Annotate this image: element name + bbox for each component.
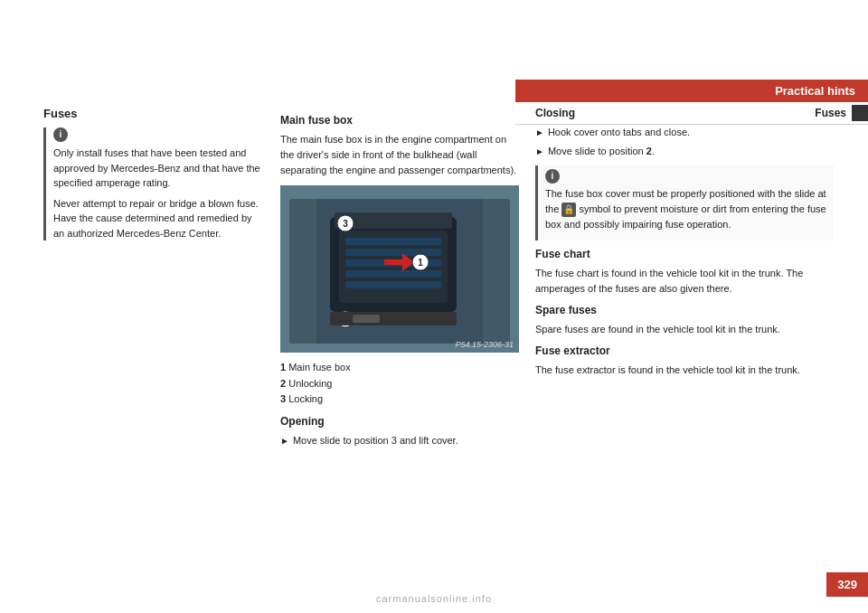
fuse-diagram: 1 2 3 xyxy=(280,185,519,353)
mid-column: Main fuse box The main fuse box is in th… xyxy=(280,107,520,451)
closing-step1: ► Hook cover onto tabs and close. xyxy=(535,125,834,140)
main-fuse-box-desc: The main fuse box is in the engine compa… xyxy=(280,132,520,178)
svg-rect-9 xyxy=(345,281,441,288)
fuses-label-box xyxy=(852,105,868,121)
closing-step2-text: Move slide to position 2. xyxy=(548,144,655,159)
caption-num-2: 2 xyxy=(280,378,286,389)
captions-list: 1 Main fuse box 2 Unlocking 3 Locking xyxy=(280,360,520,408)
caption-item-3: 3 Locking xyxy=(280,391,520,408)
svg-rect-17 xyxy=(330,312,457,325)
closing-step1-text: Hook cover onto tabs and close. xyxy=(548,125,690,140)
caption-num-1: 1 xyxy=(280,362,286,373)
opening-title: Opening xyxy=(280,415,520,428)
caption-num-3: 3 xyxy=(280,393,286,404)
image-reference-label: P54.15-2306-31 xyxy=(455,340,514,349)
svg-text:3: 3 xyxy=(343,219,348,229)
caption-label-2: Unlocking xyxy=(288,378,332,389)
watermark: carmanualsonline.info xyxy=(376,593,492,604)
info-note-text: The fuse box cover must be properly posi… xyxy=(545,186,826,231)
svg-rect-20 xyxy=(483,199,510,344)
opening-step: ► Move slide to position 3 and lift cove… xyxy=(280,433,520,448)
info-para2: Never attempt to repair or bridge a blow… xyxy=(53,196,265,241)
svg-rect-18 xyxy=(353,315,380,323)
info-box-right: i The fuse box cover must be properly po… xyxy=(535,165,834,240)
opening-step-text: Move slide to position 3 and lift cover. xyxy=(293,433,458,448)
caption-item-2: 2 Unlocking xyxy=(280,376,520,392)
main-fuse-box-title: Main fuse box xyxy=(280,114,520,127)
caption-label-1: Main fuse box xyxy=(288,362,350,373)
info-box-left: i Only install fuses that have been test… xyxy=(43,127,265,240)
arrow-icon-2: ► xyxy=(535,145,544,158)
lock-icon: 🔒 xyxy=(561,203,576,217)
fuse-extractor-desc: The fuse extractor is found in the vehic… xyxy=(535,363,834,378)
fuse-image-container: 1 2 3 P54.15-2306-31 xyxy=(280,185,519,353)
info-icon-left: i xyxy=(53,127,68,142)
closing-step2: ► Move slide to position 2. xyxy=(535,144,834,159)
svg-text:1: 1 xyxy=(418,258,423,268)
spare-fuses-title: Spare fuses xyxy=(535,304,834,316)
svg-rect-8 xyxy=(345,270,441,278)
arrow-icon: ► xyxy=(280,434,289,448)
practical-hints-label: Practical hints xyxy=(515,80,868,102)
left-column: Fuses i Only install fuses that have bee… xyxy=(43,107,265,250)
caption-label-3: Locking xyxy=(288,393,323,404)
info-para1: Only install fuses that have been tested… xyxy=(53,146,265,191)
svg-rect-19 xyxy=(289,199,316,344)
info-icon-right: i xyxy=(545,169,560,184)
fuse-chart-title: Fuse chart xyxy=(535,248,834,260)
closing-title: Closing xyxy=(535,107,834,119)
fuses-section-title: Fuses xyxy=(43,107,265,120)
fuse-chart-desc: The fuse chart is found in the vehicle t… xyxy=(535,266,834,297)
caption-item-1: 1 Main fuse box xyxy=(280,360,520,376)
fuse-extractor-title: Fuse extractor xyxy=(535,344,834,357)
page-number: 329 xyxy=(826,572,868,597)
svg-rect-6 xyxy=(345,249,441,256)
svg-rect-5 xyxy=(345,238,441,245)
arrow-icon-1: ► xyxy=(535,126,544,139)
spare-fuses-desc: Spare fuses are found in the vehicle too… xyxy=(535,322,834,337)
right-column: Closing ► Hook cover onto tabs and close… xyxy=(535,107,834,385)
